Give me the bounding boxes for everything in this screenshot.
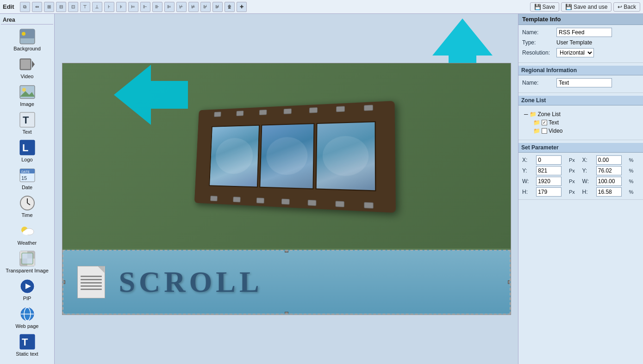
toolbar-btn-11[interactable]: ⊩	[140, 2, 150, 12]
y-pct-unit: %	[629, 168, 639, 173]
doc-line-1	[81, 276, 102, 277]
film-frame-1	[209, 125, 260, 188]
w-pct-input[interactable]	[596, 177, 622, 186]
toolbar-btn-14[interactable]: ⊬	[176, 2, 187, 12]
toolbar-btn-19[interactable]: ✚	[237, 2, 247, 12]
zone-text-label: Text	[549, 119, 559, 126]
date-icon: DATE15	[19, 167, 36, 184]
template-info-title: Template Info	[518, 14, 643, 25]
image-icon	[19, 84, 36, 100]
video-checkbox[interactable]	[542, 128, 547, 134]
sidebar-item-transparent-image[interactable]: Transparent Image	[1, 248, 53, 275]
sidebar-item-logo[interactable]: L Logo	[1, 137, 53, 164]
toolbar-btn-4[interactable]: ⊟	[56, 2, 66, 12]
perf	[364, 202, 374, 209]
toolbar-btn-18[interactable]: 🗑	[225, 2, 235, 12]
toolbar-btn-1[interactable]: ⧉	[20, 2, 30, 12]
canvas-container: SCROLL	[62, 63, 511, 315]
zone-tree-root[interactable]: ─ 📁 Zone List	[522, 110, 639, 118]
save-button[interactable]: 💾 Save	[530, 2, 559, 12]
sidebar-item-time[interactable]: Time	[1, 193, 53, 220]
w-px-input[interactable]	[536, 177, 562, 186]
toolbar-btn-9[interactable]: ⊧	[116, 2, 126, 12]
back-icon: ↩	[618, 4, 622, 10]
zone-item-text[interactable]: 📁 ✓ Text	[531, 118, 639, 127]
w-pct-label: W:	[582, 178, 595, 185]
toolbar-btn-2[interactable]: ⇔	[32, 2, 42, 12]
toolbar-btn-17[interactable]: ⊯	[212, 2, 223, 12]
toolbar-btn-12[interactable]: ⊪	[152, 2, 162, 12]
zone-item-video[interactable]: 📁 Video	[531, 127, 639, 135]
zone-list-section: Zone List ─ 📁 Zone List 📁 ✓ Text 📁	[518, 93, 643, 140]
sidebar-item-pip[interactable]: PIP	[1, 276, 53, 303]
svg-point-2	[22, 32, 25, 36]
type-label: Type:	[522, 39, 555, 46]
text-zone-document-icon	[73, 264, 110, 301]
x-px-input[interactable]	[536, 155, 562, 165]
transparent-image-icon	[19, 250, 36, 267]
sidebar-item-image[interactable]: Image	[1, 82, 53, 109]
film-strip-container	[182, 96, 391, 216]
perf	[309, 107, 317, 113]
y-px-unit: Px	[569, 168, 581, 173]
toolbar-btn-7[interactable]: ⊥	[92, 2, 102, 12]
save-and-use-button[interactable]: 💾 Save and use	[561, 2, 612, 12]
toolbar-btn-13[interactable]: ⊫	[164, 2, 175, 12]
sidebar-item-text[interactable]: T Text	[1, 110, 53, 136]
perf	[281, 198, 289, 204]
svg-rect-5	[21, 60, 30, 69]
sidebar-item-webpage[interactable]: Web page	[1, 304, 53, 331]
y-pct-input[interactable]	[596, 166, 622, 175]
toolbar-btn-3[interactable]: ⊞	[44, 2, 54, 12]
pip-label: PIP	[23, 296, 31, 301]
perf	[364, 105, 373, 111]
logo-icon: L	[19, 139, 36, 156]
name-row: Name:	[522, 28, 639, 37]
folder-icon-video: 📁	[533, 128, 540, 134]
h-pct-unit: %	[629, 189, 639, 195]
folder-icon: 📁	[530, 111, 537, 117]
perf	[283, 108, 291, 114]
pip-icon	[19, 278, 36, 295]
handle-mid-left[interactable]	[62, 280, 65, 284]
video-icon	[19, 56, 36, 73]
doc-line-3	[81, 282, 102, 284]
h-pct-input[interactable]	[596, 187, 622, 197]
name-input[interactable]	[556, 28, 612, 37]
toolbar-btn-10[interactable]: ⊨	[128, 2, 138, 12]
edit-label: Edit	[3, 3, 14, 10]
y-pct-label: Y:	[582, 167, 595, 174]
toolbar-btn-8[interactable]: ⊦	[104, 2, 114, 12]
sidebar-item-background[interactable]: Background	[1, 26, 53, 53]
film-frame-2	[259, 123, 314, 189]
text-zone[interactable]: SCROLL	[62, 250, 511, 315]
handle-top-center[interactable]	[285, 250, 288, 253]
x-pct-input[interactable]	[596, 155, 622, 165]
sidebar-item-video[interactable]: Video	[1, 54, 53, 81]
text-icon: T	[19, 111, 36, 128]
text-checkbox[interactable]: ✓	[542, 120, 547, 125]
y-px-label: Y:	[522, 167, 535, 174]
save-icon: 💾	[534, 4, 541, 10]
svg-point-22	[23, 230, 30, 235]
h-px-input[interactable]	[536, 187, 562, 197]
handle-mid-right[interactable]	[508, 280, 511, 284]
y-px-input[interactable]	[536, 166, 562, 175]
sidebar-item-weather[interactable]: Weather	[1, 221, 53, 247]
toolbar-btn-5[interactable]: ⊡	[68, 2, 78, 12]
sidebar-item-static-text[interactable]: T Static text	[1, 332, 53, 358]
resolution-select[interactable]: Horizontal Vertical	[556, 48, 594, 57]
toolbar-btn-6[interactable]: ⊤	[80, 2, 90, 12]
toolbar-btn-16[interactable]: ⊮	[200, 2, 211, 12]
canvas-area: SCROLL	[55, 14, 518, 364]
toolbar-btn-15[interactable]: ⊭	[188, 2, 199, 12]
template-info-section: Name: Type: User Template Resolution: Ho…	[518, 25, 643, 63]
set-parameter-title: Set Parameter	[518, 143, 643, 153]
svg-text:L: L	[22, 142, 28, 154]
doc-line-4	[81, 285, 102, 287]
folder-icon-text: 📁	[533, 119, 540, 126]
regional-name-input[interactable]	[556, 78, 612, 87]
back-button[interactable]: ↩ Back	[613, 2, 640, 12]
sidebar-item-date[interactable]: DATE15 Date	[1, 165, 53, 192]
handle-bot-center[interactable]	[285, 312, 288, 315]
